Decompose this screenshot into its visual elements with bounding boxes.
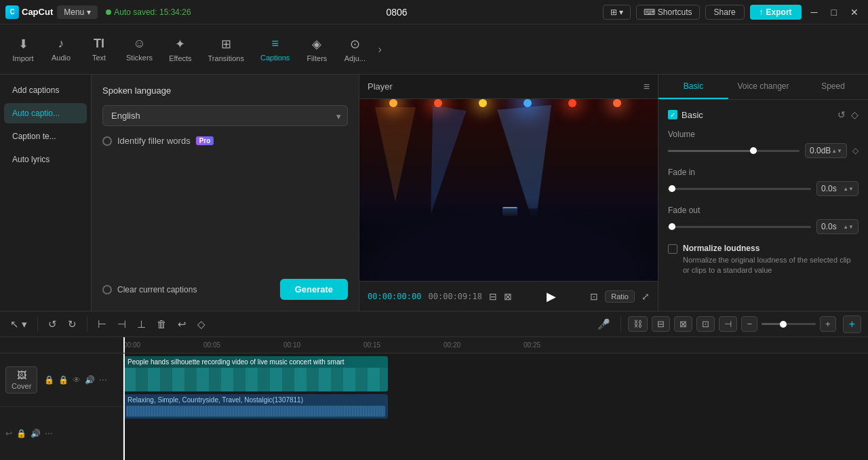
tool-audio[interactable]: ♪ Audio [43,33,79,66]
ruler-mark-1: 00:05 [203,341,283,349]
topbar: C CapCut Menu ▾ Auto saved: 15:34:26 080… [0,0,868,24]
lock-icon-2[interactable]: 🔒 [58,375,68,385]
reset-icon[interactable]: ↺ [837,109,846,120]
connect-button[interactable]: ⊠ [674,316,692,332]
zoom-fit-icon[interactable]: ⊡ [590,291,598,302]
zoom-out-button[interactable]: − [741,316,757,332]
loop-button[interactable]: ↩ [174,315,190,333]
generate-button[interactable]: Generate [280,279,348,300]
share-button[interactable]: Share [705,5,745,20]
tool-filters[interactable]: ◈ Filters [299,33,334,66]
tab-basic[interactable]: Basic [658,75,728,99]
maximize-button[interactable]: □ [827,5,841,19]
zoom-slider[interactable] [762,323,816,325]
split-button[interactable]: ⊢ [94,315,110,333]
video-track-controls: 🖼 Cover 🔒 🔒 👁 🔊 ⋯ [0,353,123,407]
tool-stickers[interactable]: ☺ Stickers [119,33,159,66]
undo-button[interactable]: ↺ [45,315,60,333]
fade-out-slider[interactable] [668,226,811,228]
fullscreen-button[interactable]: ⤢ [642,291,650,302]
stickers-icon: ☺ [133,37,145,51]
toolbar-more-button[interactable]: › [375,39,384,60]
audio-track[interactable]: Relaxing, Simple, Countryside, Travel, N… [123,394,388,419]
tool-transitions[interactable]: ⊞ Transitions [201,33,251,66]
lock-audio-icon[interactable]: 🔒 [16,429,26,438]
playhead-line[interactable] [123,353,125,460]
audio-icon-track[interactable]: 🔊 [85,375,95,385]
tab-voice-changer[interactable]: Voice changer [728,75,798,99]
volume-keyframe-icon[interactable]: ◇ [852,146,859,155]
fade-in-slider[interactable] [668,188,811,190]
clear-captions-checkbox[interactable] [102,285,112,294]
tool-text[interactable]: TI Text [81,33,117,66]
split-right-button[interactable]: ⊣ [114,315,130,333]
zoom-in-button[interactable]: + [820,316,836,332]
audio-track-label: Relaxing, Simple, Countryside, Travel, N… [123,394,388,406]
loop-audio-icon[interactable]: ↩ [5,429,12,438]
player-menu-icon[interactable]: ≡ [644,81,650,93]
fade-in-input[interactable]: 0.0s ▲▼ [816,181,859,196]
video-track[interactable]: People hands silhouette recording video … [123,356,388,391]
ratio-button[interactable]: Ratio [605,290,635,303]
video-track-label: People hands silhouette recording video … [123,356,388,368]
basic-enabled-checkbox[interactable]: ✓ [668,110,677,119]
more-audio-icon[interactable]: ⋯ [45,429,53,438]
audio-volume-icon[interactable]: 🔊 [31,429,41,438]
volume-input[interactable]: 0.0dB ▲▼ [805,143,847,158]
play-button[interactable]: ▶ [547,289,556,304]
fade-out-slider-row: 0.0s ▲▼ [668,219,859,234]
cover-icon: 🖼 [17,370,26,381]
cover-button[interactable]: 🖼 Cover [5,366,37,394]
screen-layout-button[interactable]: ⊞ ▾ [603,5,631,20]
tool-import[interactable]: ⬇ Import [5,33,41,66]
volume-thumb[interactable] [750,147,757,154]
more-icon[interactable]: ⋯ [99,375,107,385]
timeline-tracks: 🖼 Cover 🔒 🔒 👁 🔊 ⋯ ↩ 🔒 🔊 ⋯ Pe [0,353,868,460]
shortcuts-button[interactable]: ⌨ Shortcuts [636,5,700,20]
ruler-mark-5: 00:25 [524,341,604,349]
auto-lyrics-button[interactable]: Auto lyrics [4,149,87,170]
text-icon: TI [94,37,104,51]
mark-button[interactable]: ◇ [194,315,209,333]
tab-speed[interactable]: Speed [798,75,868,99]
auto-captions-button[interactable]: Auto captio... [4,103,87,123]
diamond-keyframe-icon[interactable]: ◇ [851,109,859,120]
tool-captions[interactable]: ≡ Captions [254,33,296,66]
normalize-checkbox[interactable] [668,244,677,254]
magnet-button[interactable]: ⊟ [652,316,670,332]
split-both-button[interactable]: ⊥ [134,315,149,333]
volume-slider[interactable] [668,150,800,152]
total-time: 00:00:09:18 [428,292,481,301]
link-audio-button[interactable]: ⛓ [628,316,648,332]
delete-button[interactable]: 🗑 [153,315,170,332]
adjust-icon: ⊙ [350,37,360,52]
fade-out-input[interactable]: 0.0s ▲▼ [816,219,859,234]
tool-effects[interactable]: ✦ Effects [162,33,198,66]
filler-words-checkbox[interactable] [102,136,112,146]
minimize-button[interactable]: ─ [807,5,822,19]
close-button[interactable]: ✕ [846,5,863,19]
timeline-view-icon[interactable]: ⊟ [489,291,497,302]
export-button[interactable]: ↑ Export [750,5,802,20]
split-view-icon[interactable]: ⊠ [504,291,512,302]
select-tool-button[interactable]: ↖ ▾ [7,315,31,333]
timeline-right-tools: 🎤 ⛓ ⊟ ⊠ ⊡ ⊣ − + + [594,315,861,333]
tool-adjust[interactable]: ⊙ Adju... [337,33,372,66]
redo-button[interactable]: ↻ [64,315,80,333]
add-captions-button[interactable]: Add captions [4,80,87,100]
fade-in-thumb[interactable] [669,185,675,192]
fade-out-arrows[interactable]: ▲▼ [843,224,854,230]
split-view-2-button[interactable]: ⊣ [719,316,737,332]
eye-icon[interactable]: 👁 [73,375,81,385]
add-track-button[interactable]: + [843,315,861,333]
mic-button[interactable]: 🎤 [594,315,614,333]
menu-button[interactable]: Menu ▾ [57,5,98,19]
lock-track-icon[interactable]: 🔒 [44,375,54,385]
fade-in-arrows[interactable]: ▲▼ [843,186,854,192]
unlink-button[interactable]: ⊡ [696,316,715,332]
caption-template-button[interactable]: Caption te... [4,126,87,147]
language-select[interactable]: English Chinese Spanish French Japanese [102,105,348,126]
volume-arrows[interactable]: ▲▼ [831,148,842,154]
fade-out-thumb[interactable] [669,223,675,230]
clear-generate-row: Clear current captions Generate [102,279,348,300]
